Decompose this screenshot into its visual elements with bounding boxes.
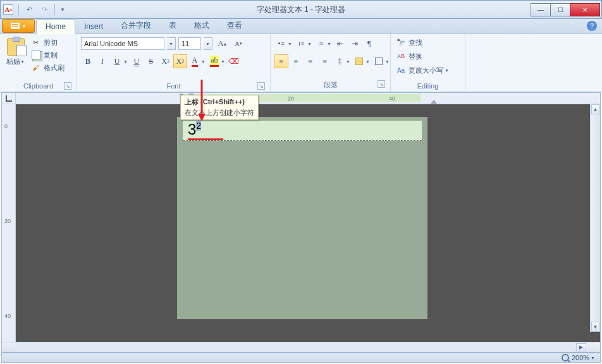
cut-button[interactable]: ✂剪切: [30, 37, 66, 48]
subscript-button[interactable]: X2: [159, 54, 173, 68]
clear-formatting-button[interactable]: ⌫: [227, 54, 241, 68]
window-title: 字处理器文本 1 - 字处理器: [1, 4, 601, 15]
help-button[interactable]: ?: [587, 21, 597, 31]
group-clipboard: 粘贴▼ ✂剪切 复制 🖌格式刷 Clipboard↘: [0, 34, 77, 92]
shading-dropdown[interactable]: ▼: [366, 59, 371, 64]
copy-icon: [31, 50, 41, 60]
highlight-button[interactable]: ab: [207, 54, 221, 68]
scroll-right-button[interactable]: ▶: [576, 343, 586, 351]
ruler-tick: 20: [4, 218, 11, 224]
ribbon: 粘贴▼ ✂剪切 复制 🖌格式刷 Clipboard↘ Arial Unicode…: [0, 34, 602, 92]
align-right-button[interactable]: ≡: [304, 54, 317, 68]
copy-button[interactable]: 复制: [30, 49, 66, 61]
change-case-icon: Aa: [396, 65, 406, 75]
tooltip-title: 上标 (Ctrl+Shift++): [185, 97, 254, 107]
tab-selector[interactable]: [2, 93, 16, 104]
strikethrough-button[interactable]: S: [144, 54, 158, 68]
underline-dropdown[interactable]: ▼: [123, 59, 129, 64]
change-case-button[interactable]: Aa更改大小写▼: [395, 64, 452, 76]
line-spacing-dropdown[interactable]: ▼: [346, 59, 352, 64]
font-name-combo[interactable]: Arial Unicode MS: [81, 37, 164, 50]
brush-icon: 🖌: [31, 63, 41, 73]
tooltip-superscript: 上标 (Ctrl+Shift++) 在文本上方创建小字符: [180, 95, 259, 120]
tab-merge-fields[interactable]: 合并字段: [112, 18, 160, 33]
bullets-button[interactable]: •≡: [274, 37, 288, 51]
vertical-ruler[interactable]: 0 20 40: [2, 104, 16, 342]
font-size-combo[interactable]: 11: [178, 37, 201, 50]
show-marks-button[interactable]: ¶: [362, 37, 376, 51]
selected-superscript: 2: [196, 121, 201, 131]
maximize-button[interactable]: ☐: [550, 3, 570, 16]
paste-button[interactable]: 粘贴▼: [4, 37, 28, 68]
app-icon[interactable]: Aa: [3, 4, 13, 15]
qat-customize-dropdown[interactable]: ▼: [60, 7, 65, 13]
file-menu[interactable]: ▼: [2, 19, 35, 33]
scroll-up-button[interactable]: ▲: [591, 104, 599, 114]
tab-insert[interactable]: Insert: [75, 20, 112, 33]
zoom-level[interactable]: 200%: [572, 354, 589, 361]
multilevel-button[interactable]: ⁝≡: [314, 37, 328, 51]
ruler-tick: 40: [4, 313, 11, 319]
line-spacing-button[interactable]: ‡: [333, 54, 347, 68]
document-canvas[interactable]: 32 ▲ ▼: [16, 104, 600, 342]
decrease-indent-button[interactable]: ⇤: [333, 37, 347, 51]
ruler-tick: 40: [389, 95, 395, 102]
close-button[interactable]: ✕: [570, 3, 600, 16]
font-launcher[interactable]: ↘: [257, 82, 265, 90]
group-title-editing: Editing: [417, 82, 439, 90]
font-color-dropdown[interactable]: ▼: [201, 59, 207, 64]
font-color-button[interactable]: A: [188, 54, 202, 68]
shading-button[interactable]: [352, 54, 366, 68]
group-title-font: Font: [166, 82, 180, 90]
underline-button[interactable]: U: [110, 54, 124, 68]
right-indent-marker[interactable]: [431, 99, 437, 104]
find-button[interactable]: 🔭查找: [395, 37, 452, 48]
tab-table[interactable]: 表: [160, 18, 185, 33]
format-painter-button[interactable]: 🖌格式刷: [30, 62, 66, 73]
bold-button[interactable]: B: [81, 54, 95, 68]
superscript-button[interactable]: X2: [173, 54, 187, 68]
zoom-icon[interactable]: [562, 354, 569, 361]
double-underline-button[interactable]: U: [130, 54, 144, 68]
redo-button[interactable]: ↷: [39, 4, 49, 15]
group-title-paragraph: 段落: [324, 81, 338, 88]
align-center-button[interactable]: ≡: [289, 54, 303, 68]
font-name-dropdown[interactable]: ▼: [167, 37, 176, 50]
paragraph-launcher[interactable]: ↘: [378, 80, 385, 88]
increase-indent-button[interactable]: ⇥: [348, 37, 362, 51]
italic-button[interactable]: I: [95, 54, 109, 68]
tooltip-body: 在文本上方创建小字符: [185, 108, 254, 118]
replace-button[interactable]: AB替换: [395, 51, 452, 62]
group-title-clipboard: Clipboard: [23, 82, 53, 90]
scroll-track[interactable]: [16, 343, 575, 351]
align-left-button[interactable]: ≡: [274, 54, 288, 68]
undo-button[interactable]: ↶: [24, 4, 34, 15]
align-justify-button[interactable]: ≡: [318, 54, 332, 68]
borders-button[interactable]: [372, 54, 386, 68]
document-text[interactable]: 32: [188, 121, 201, 138]
tab-format[interactable]: 格式: [185, 18, 218, 33]
borders-dropdown[interactable]: ▼: [385, 59, 391, 64]
clipboard-launcher[interactable]: ↘: [64, 82, 71, 90]
tab-view[interactable]: 查看: [218, 18, 251, 33]
group-paragraph: •≡▼ 1≡▼ ⁝≡▼ ⇤ ⇥ ¶ ≡ ≡ ≡ ≡ ‡▼ ▼ ▼ 段落↘: [271, 34, 391, 92]
numbering-button[interactable]: 1≡: [294, 37, 308, 51]
horizontal-ruler[interactable]: ⧗ 20 40: [16, 93, 600, 104]
shrink-font-button[interactable]: A▾: [231, 37, 245, 51]
grow-font-button[interactable]: A▴: [215, 37, 229, 51]
minimize-button[interactable]: —: [531, 3, 551, 16]
horizontal-scrollbar[interactable]: ◀ ▶: [2, 342, 600, 352]
page-margin-guide: 32: [183, 121, 422, 141]
font-size-dropdown[interactable]: ▼: [204, 37, 212, 50]
scroll-down-button[interactable]: ▼: [591, 322, 599, 332]
paste-icon: [7, 38, 25, 56]
numbering-dropdown[interactable]: ▼: [307, 42, 313, 46]
zoom-dropdown[interactable]: ▼: [591, 356, 596, 360]
vertical-scrollbar[interactable]: ▲ ▼: [590, 104, 600, 332]
multilevel-dropdown[interactable]: ▼: [327, 42, 333, 46]
bullets-dropdown[interactable]: ▼: [288, 42, 293, 46]
highlight-dropdown[interactable]: ▼: [221, 59, 226, 64]
tab-home[interactable]: Home: [36, 19, 75, 34]
binoculars-icon: 🔭: [396, 37, 406, 47]
file-menu-icon: [11, 23, 20, 29]
